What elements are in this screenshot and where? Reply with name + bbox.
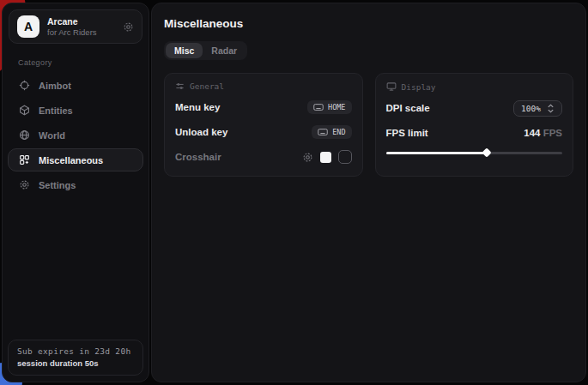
crosshair-label: Crosshair (175, 152, 221, 162)
main-panel: Miscellaneous Misc Radar General Menu ke… (151, 3, 586, 382)
session-duration-text: session duration 50s (17, 358, 134, 368)
unload-key-row: Unload key END (175, 123, 352, 141)
general-card: General Menu key HOME Unload key (164, 73, 363, 177)
tab-radar[interactable]: Radar (203, 43, 246, 58)
unfold-more-icon (547, 104, 555, 113)
sidebar-item-label: Miscellaneous (39, 155, 103, 165)
fps-limit-row: FPS limit 144 FPS (386, 124, 563, 141)
display-card-header: Display (386, 81, 563, 92)
account-card[interactable]: A Arcane for Arc Riders (9, 9, 142, 44)
sidebar: A Arcane for Arc Riders Category Aimbot (2, 3, 149, 382)
crosshair-checkbox[interactable] (338, 150, 352, 164)
sidebar-item-label: Entities (39, 105, 73, 116)
unload-key-value: END (332, 128, 345, 136)
display-card-title: Display (402, 82, 436, 92)
sidebar-item-miscellaneous[interactable]: Miscellaneous (8, 148, 143, 171)
unload-key-binding[interactable]: END (312, 125, 351, 139)
display-card: Display DPI scale 100% FPS limit 144 (375, 73, 574, 177)
slider-thumb[interactable] (482, 147, 491, 157)
gear-icon (19, 179, 30, 190)
globe-icon (19, 129, 30, 141)
sliders-icon (175, 81, 185, 91)
slider-fill (386, 152, 487, 154)
dpi-scale-select[interactable]: 100% (513, 100, 562, 117)
subscription-info-card: Sub expires in 23d 20h session duration … (8, 340, 143, 376)
page-title: Miscellaneous (164, 17, 573, 30)
sidebar-item-label: World (39, 130, 65, 141)
dpi-scale-value: 100% (521, 104, 541, 113)
sidebar-item-label: Aimbot (39, 81, 71, 91)
menu-key-label: Menu key (175, 102, 220, 112)
avatar: A (17, 15, 39, 38)
dpi-scale-label: DPI scale (386, 103, 430, 113)
entities-icon (19, 105, 30, 116)
fps-limit-slider[interactable] (386, 148, 563, 157)
tab-group: Misc Radar (164, 41, 247, 60)
fps-number: 144 (524, 128, 540, 138)
tab-misc[interactable]: Misc (166, 43, 203, 58)
crosshair-color-swatch[interactable] (320, 152, 331, 163)
category-label: Category (18, 58, 149, 67)
sub-expires-text: Sub expires in 23d 20h (17, 346, 134, 356)
fps-limit-value: 144 FPS (524, 128, 562, 138)
crosshair-icon (19, 80, 30, 91)
fps-unit: FPS (543, 128, 562, 138)
dpi-scale-row: DPI scale 100% (386, 99, 563, 117)
keyboard-icon (313, 103, 324, 111)
keyboard-icon (318, 128, 328, 136)
gear-icon[interactable] (123, 21, 134, 33)
account-name: Arcane (47, 16, 115, 27)
gear-icon[interactable] (302, 152, 313, 163)
menu-key-value: HOME (328, 103, 345, 111)
sidebar-item-settings[interactable]: Settings (8, 173, 143, 196)
account-subtitle: for Arc Riders (47, 27, 115, 38)
fps-limit-label: FPS limit (386, 128, 428, 138)
unload-key-label: Unload key (175, 127, 227, 137)
general-card-title: General (190, 81, 224, 91)
menu-key-binding[interactable]: HOME (307, 100, 351, 114)
sidebar-item-world[interactable]: World (8, 123, 143, 147)
general-card-header: General (175, 81, 352, 91)
sidebar-nav: Aimbot Entities World (3, 74, 149, 198)
monitor-icon (386, 81, 397, 92)
sidebar-item-aimbot[interactable]: Aimbot (8, 74, 143, 97)
menu-key-row: Menu key HOME (175, 99, 352, 116)
crosshair-row: Crosshair (175, 148, 352, 165)
sidebar-item-entities[interactable]: Entities (8, 99, 143, 122)
sidebar-item-label: Settings (39, 180, 76, 190)
crosshair-controls (302, 150, 352, 164)
cards-row: General Menu key HOME Unload key (164, 73, 573, 177)
account-text: Arcane for Arc Riders (47, 16, 115, 38)
grid-icon (19, 154, 30, 165)
